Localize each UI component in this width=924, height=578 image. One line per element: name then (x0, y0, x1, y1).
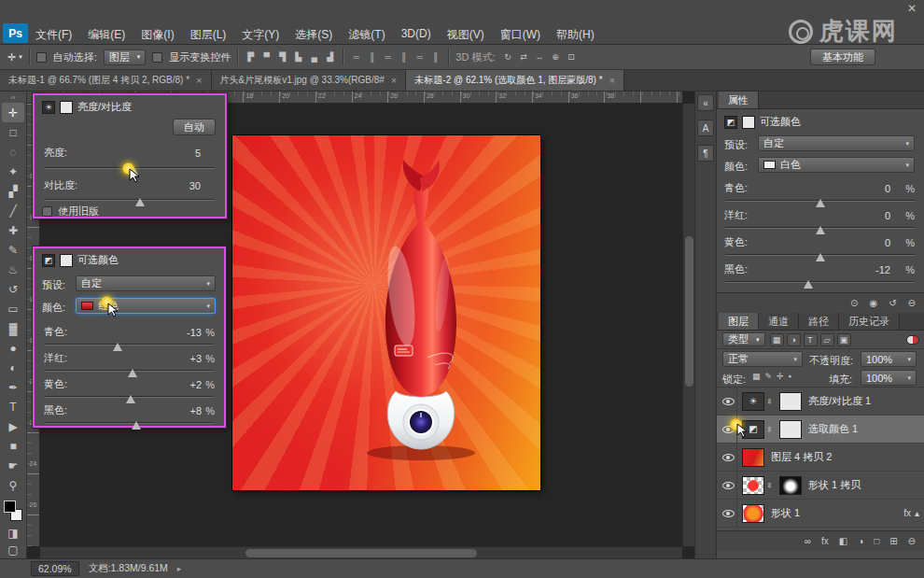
yellow-value[interactable]: 0 (866, 237, 890, 248)
align-h-center-icon[interactable]: ▄ (308, 52, 320, 62)
layer-name[interactable]: 形状 1 (771, 506, 800, 520)
lock-transparent-icon[interactable]: ▦ (752, 372, 761, 381)
color-dropdown[interactable]: 红色 ▾ (76, 298, 216, 314)
adjustment-layer-icon[interactable]: ◑ (858, 536, 863, 546)
add-mask-icon[interactable]: ◧ (839, 536, 847, 546)
close-icon[interactable]: × (609, 75, 615, 86)
layer-thumbnail[interactable] (742, 504, 764, 523)
layer-name[interactable]: 选取颜色 1 (808, 422, 858, 436)
layer-row-shape-1-copy[interactable]: ∞ 形状 1 拷贝 (717, 472, 924, 500)
black-value[interactable]: +8 (174, 405, 202, 416)
layer-name[interactable]: 亮度/对比度 1 (808, 394, 871, 408)
menu-item[interactable]: 编辑(E) (88, 27, 125, 43)
distribute-top-icon[interactable]: ═ (350, 52, 362, 62)
filter-shape-icon[interactable]: ▱ (820, 333, 834, 346)
lasso-tool[interactable]: ◌ (2, 142, 24, 162)
menu-item[interactable]: 文字(Y) (242, 27, 279, 43)
filter-toggle-switch[interactable] (906, 335, 919, 345)
reset-icon[interactable]: ↺ (889, 298, 896, 308)
properties-preset-dropdown[interactable]: 自定 ▾ (758, 135, 915, 151)
layer-name[interactable]: 形状 1 拷贝 (808, 478, 861, 492)
opacity-dropdown[interactable]: 100% ▾ (861, 351, 917, 367)
tab-properties[interactable]: 属性 (719, 92, 759, 108)
healing-brush-tool[interactable]: ✚ (2, 220, 24, 240)
align-right-icon[interactable]: ▟ (324, 52, 336, 62)
close-icon[interactable]: × (196, 75, 202, 86)
paragraph-panel-icon[interactable]: ¶ (697, 145, 714, 162)
yellow-slider[interactable] (45, 391, 214, 402)
align-v-center-icon[interactable]: ▀ (260, 52, 273, 62)
slider-thumb[interactable] (126, 395, 135, 403)
character-panel-icon[interactable]: A (697, 120, 714, 136)
layer-thumbnail[interactable] (742, 476, 764, 495)
hand-tool[interactable]: ☛ (2, 456, 24, 475)
new-layer-icon[interactable]: ⊞ (889, 536, 897, 546)
window-close-button[interactable]: ✕ (907, 2, 917, 15)
layer-row-layer-4-copy-2[interactable]: 图层 4 拷贝 2 (717, 444, 924, 472)
yellow-slider[interactable] (725, 249, 915, 261)
black-slider[interactable] (725, 276, 915, 288)
document-tab-2[interactable]: 片头&片尾模板v1.jpg @ 33.3%(RGB/8# × (212, 70, 407, 91)
shape-tool[interactable]: ■ (2, 436, 24, 456)
filter-pixel-icon[interactable]: ▦ (770, 333, 784, 346)
cyan-value[interactable]: 0 (866, 183, 890, 194)
black-slider[interactable] (45, 417, 214, 429)
workspace-switcher-button[interactable]: 基本功能 (810, 49, 875, 65)
delete-adjustment-icon[interactable]: ⊖ (908, 298, 916, 308)
lock-all-icon[interactable]: ▪ (789, 372, 791, 381)
marquee-tool[interactable]: □ (2, 122, 24, 142)
filter-adjustment-icon[interactable]: ◑ (787, 333, 801, 346)
link-layers-icon[interactable]: ∞ (805, 536, 811, 546)
visibility-toggle[interactable] (720, 472, 737, 500)
blend-mode-dropdown[interactable]: 正常 ▾ (722, 351, 803, 367)
menu-item[interactable]: 帮助(H) (556, 27, 595, 43)
blur-tool[interactable]: ● (2, 338, 24, 358)
crop-tool[interactable]: ▞ (2, 181, 24, 201)
gradient-tool[interactable]: ▓ (2, 318, 24, 338)
menu-item[interactable]: 滤镜(T) (348, 27, 385, 43)
magenta-slider[interactable] (725, 222, 915, 233)
contrast-value[interactable]: 30 (173, 180, 201, 191)
scrollbar-thumb[interactable] (245, 549, 477, 557)
3d-scale-icon[interactable]: ⊡ (566, 52, 578, 62)
visibility-toggle[interactable] (720, 500, 737, 528)
show-transform-checkbox[interactable] (152, 52, 162, 63)
vertical-scrollbar[interactable] (682, 104, 694, 546)
collapse-panels-icon[interactable]: « (697, 94, 714, 111)
menu-item[interactable]: 窗口(W) (500, 27, 540, 43)
menu-item[interactable]: 选择(S) (295, 27, 332, 43)
distribute-bottom-icon[interactable]: ═ (382, 52, 394, 62)
dodge-tool[interactable]: ◐ (2, 358, 24, 377)
eyedropper-tool[interactable]: ╱ (2, 201, 24, 220)
move-tool[interactable]: ✛ (2, 103, 24, 122)
3d-drag-icon[interactable]: ↔ (534, 52, 546, 62)
magenta-value[interactable]: +3 (174, 353, 202, 364)
brightness-value[interactable]: 5 (173, 148, 201, 159)
scrollbar-thumb[interactable] (685, 236, 693, 387)
zoom-tool[interactable]: ⚲ (2, 475, 24, 495)
menu-item[interactable]: 文件(F) (35, 27, 72, 43)
slider-thumb[interactable] (816, 253, 825, 261)
cyan-value[interactable]: -13 (174, 327, 202, 338)
layer-row-shape-1[interactable]: 形状 1 fx ▴ (717, 500, 924, 528)
foreground-color-swatch[interactable] (4, 500, 16, 513)
eraser-tool[interactable]: ▭ (2, 299, 24, 318)
canvas-document[interactable] (232, 135, 540, 490)
adjustment-thumbnail[interactable]: ☀ (742, 392, 764, 411)
3d-roll-icon[interactable]: ⇄ (518, 52, 530, 62)
quick-mask-icon[interactable]: ◨ (2, 525, 24, 542)
layer-mask-thumbnail[interactable] (779, 392, 802, 411)
align-bottom-icon[interactable]: ▜ (276, 52, 288, 62)
cyan-slider[interactable] (725, 195, 915, 206)
clip-to-layer-icon[interactable]: ⊙ (850, 298, 858, 308)
slider-thumb[interactable] (135, 198, 145, 206)
effects-collapse-icon[interactable]: ▴ (915, 508, 919, 518)
visibility-toggle[interactable] (720, 388, 737, 416)
slider-thumb[interactable] (816, 226, 825, 234)
color-swatches[interactable] (2, 500, 24, 521)
layer-effects-icon[interactable]: fx (821, 536, 829, 546)
preset-dropdown[interactable]: 自定 ▾ (76, 275, 216, 291)
yellow-value[interactable]: +2 (174, 379, 202, 390)
tool-preset[interactable]: ✛ ▾ (7, 51, 22, 63)
layer-row-selective-color-1[interactable]: ◩ ∞ 选取颜色 1 (717, 416, 924, 444)
